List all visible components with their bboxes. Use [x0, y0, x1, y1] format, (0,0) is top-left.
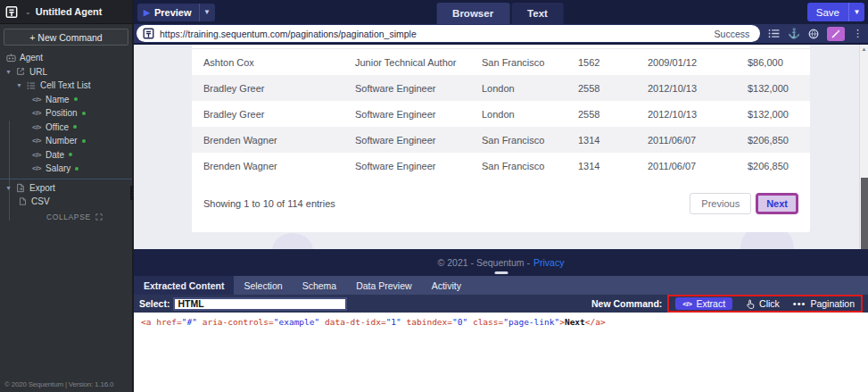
cell-name[interactable]: Ashton Cox — [203, 57, 355, 68]
tree-item-label: URL — [29, 67, 47, 77]
preview-button-group: ▶ Preview ▼ — [137, 4, 215, 21]
table-row[interactable]: Bradley GreerSoftware EngineerLondon2558… — [192, 101, 810, 127]
cell-number[interactable]: 1314 — [578, 161, 648, 171]
click-command-button[interactable]: Click — [746, 298, 780, 309]
tree-item-export[interactable]: ▼Export — [0, 181, 132, 196]
anchor-icon[interactable]: ⚓ — [788, 28, 800, 39]
code-token: tabindex= — [407, 317, 452, 327]
chevron-down-icon[interactable]: ⌄ — [25, 8, 31, 16]
save-dropdown-button[interactable]: ▼ — [848, 3, 864, 21]
extract-command-button[interactable]: </>Extract — [675, 297, 732, 310]
table-row[interactable]: Brenden WagnerSoftware EngineerSan Franc… — [192, 153, 810, 179]
app-window: ⌄ Untitled Agent + New Command Agent▼URL… — [0, 0, 868, 392]
view-tab-text[interactable]: Text — [511, 3, 564, 24]
agent-title: Untitled Agent — [36, 6, 103, 17]
url-input[interactable]: https://training.sequentum.com/paginatio… — [136, 25, 760, 42]
magic-wand-button[interactable] — [827, 27, 845, 41]
collapse-button[interactable]: COLLAPSE — [0, 213, 132, 221]
scroll-up-arrow-icon[interactable]: ▲ — [860, 46, 868, 52]
tree-item-label: Agent — [20, 53, 43, 63]
cell-salary[interactable]: $206,850 — [748, 135, 810, 146]
view-tab-browser[interactable]: Browser — [436, 3, 509, 24]
vertical-scrollbar[interactable]: ▲ — [859, 45, 868, 249]
table-row[interactable]: Ashton CoxJunior Technical AuthorSan Fra… — [192, 49, 810, 75]
cell-number[interactable]: 1314 — [578, 135, 648, 146]
cell-position[interactable]: Software Engineer — [355, 109, 482, 120]
tree-item-salary[interactable]: </>Salary — [0, 162, 132, 176]
tree-item-label: Export — [29, 183, 55, 193]
panel-drag-handle[interactable] — [494, 271, 508, 274]
tree-item-csv[interactable]: CSV — [0, 195, 132, 209]
caret-down-icon[interactable]: ▼ — [5, 69, 14, 75]
tree-item-label: Name — [45, 95, 70, 104]
next-button-selected[interactable]: Next — [756, 193, 798, 214]
cell-position[interactable]: Software Engineer — [355, 83, 482, 94]
url-icon — [14, 67, 27, 76]
panel-tab-selection[interactable]: Selection — [234, 276, 292, 295]
cell-number[interactable]: 2558 — [578, 109, 648, 120]
cell-name[interactable]: Brenden Wagner — [203, 135, 355, 146]
caret-down-icon[interactable]: ▼ — [5, 185, 14, 191]
tree-item-url[interactable]: ▼URL — [0, 65, 132, 79]
cell-office[interactable]: London — [482, 83, 578, 94]
cell-position[interactable]: Software Engineer — [355, 161, 482, 171]
scrollbar-thumb[interactable] — [861, 178, 868, 249]
panel-tab-extracted-content[interactable]: Extracted Content — [134, 276, 234, 295]
pagination-controls: Previous Next — [690, 193, 798, 214]
tree-item-cell-text-list[interactable]: ▼Cell Text List — [0, 79, 132, 93]
cell-position[interactable]: Software Engineer — [355, 135, 482, 146]
tree-item-name[interactable]: </>Name — [0, 93, 132, 107]
globe-icon[interactable] — [808, 29, 819, 39]
tree-item-office[interactable]: </>Office — [0, 121, 132, 135]
cell-name[interactable]: Bradley Greer — [203, 83, 355, 94]
sequentum-logo-icon[interactable] — [5, 5, 18, 19]
cell-salary[interactable]: $132,000 — [748, 109, 810, 120]
cell-office[interactable]: San Francisco — [482, 135, 578, 146]
cell-office[interactable]: London — [482, 109, 578, 120]
cell-date[interactable]: 2012/10/13 — [648, 83, 748, 94]
code-icon: </> — [30, 164, 43, 172]
table-row[interactable]: Bradley GreerSoftware EngineerLondon2558… — [192, 75, 810, 101]
previous-button[interactable]: Previous — [690, 193, 751, 214]
cell-number[interactable]: 2558 — [578, 83, 648, 94]
hlist-icon[interactable] — [768, 29, 780, 38]
cell-date[interactable]: 2011/06/07 — [648, 161, 748, 171]
save-button[interactable]: Save — [807, 7, 848, 18]
browser-viewport: Ashton CoxJunior Technical AuthorSan Fra… — [134, 45, 868, 249]
cell-date[interactable]: 2009/01/12 — [648, 57, 748, 68]
kebab-menu-icon[interactable]: ⋮ — [853, 28, 863, 39]
tree-item-position[interactable]: </>Position — [0, 106, 132, 121]
table-row[interactable]: Brenden WagnerSoftware EngineerSan Franc… — [192, 127, 810, 153]
tree-item-agent[interactable]: Agent — [0, 51, 132, 65]
tree-item-number[interactable]: </>Number — [0, 134, 132, 148]
cell-salary[interactable]: $206,850 — [748, 161, 810, 171]
cell-date[interactable]: 2012/10/13 — [648, 109, 748, 120]
privacy-link[interactable]: Privacy — [533, 257, 564, 268]
preview-dropdown-button[interactable]: ▼ — [199, 4, 215, 21]
caret-down-icon[interactable]: ▼ — [16, 82, 25, 88]
page-footer: © 2021 - Sequentum - Privacy — [134, 249, 868, 276]
panel-tab-activity[interactable]: Activity — [422, 276, 471, 295]
new-command-button[interactable]: + New Command — [4, 29, 128, 46]
cell-salary[interactable]: $132,000 — [748, 83, 810, 94]
cell-office[interactable]: San Francisco — [482, 161, 578, 171]
tree-item-date[interactable]: </>Date — [0, 148, 132, 163]
select-input[interactable] — [173, 297, 347, 311]
cell-name[interactable]: Brenden Wagner — [203, 161, 355, 171]
cell-name[interactable]: Bradley Greer — [203, 109, 355, 120]
cell-salary[interactable]: $86,000 — [748, 57, 810, 68]
code-token: aria-controls= — [203, 317, 274, 327]
file-icon — [16, 196, 29, 206]
preview-button[interactable]: ▶ Preview — [137, 7, 199, 18]
cell-position[interactable]: Junior Technical Author — [355, 57, 482, 68]
collapse-label: COLLAPSE — [46, 213, 91, 221]
cell-number[interactable]: 1562 — [578, 57, 648, 68]
cell-office[interactable]: San Francisco — [482, 57, 578, 68]
panel-tab-data-preview[interactable]: Data Preview — [346, 276, 421, 295]
pagination-command-button[interactable]: •••Pagination — [793, 298, 855, 309]
code-token: data-dt-idx= — [325, 317, 386, 327]
cell-date[interactable]: 2011/06/07 — [648, 135, 748, 146]
code-token: href= — [156, 317, 182, 327]
panel-tab-schema[interactable]: Schema — [293, 276, 347, 295]
code-token: class= — [473, 317, 503, 327]
